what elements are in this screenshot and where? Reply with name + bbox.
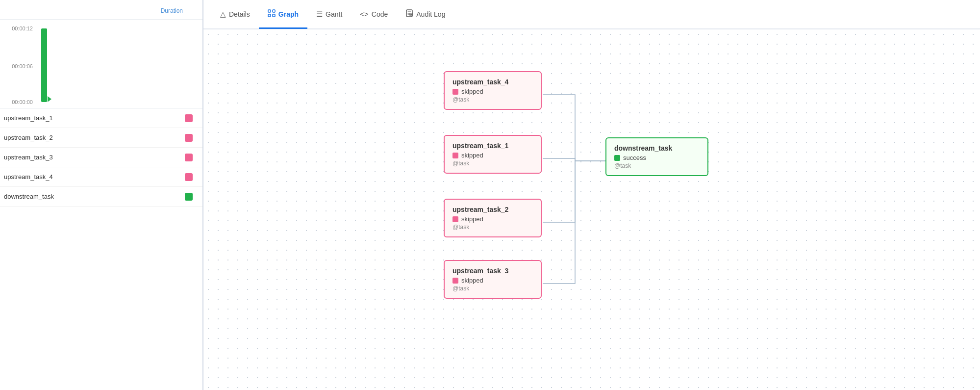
- connector-upstream4-downstream: [543, 95, 605, 161]
- node-upstream4-title: upstream_task_4: [452, 78, 533, 86]
- connector-svg: [203, 29, 980, 390]
- connector-upstream3-downstream: [543, 161, 575, 284]
- node-upstream2-status: skipped: [452, 215, 533, 223]
- task-label-upstream4: upstream_task_4: [4, 173, 185, 181]
- tab-gantt[interactable]: ☰ Gantt: [307, 0, 351, 29]
- task-row[interactable]: upstream_task_3: [0, 148, 202, 167]
- audit-log-icon: [405, 9, 413, 19]
- task-row[interactable]: downstream_task: [0, 187, 202, 207]
- node-downstream-task[interactable]: downstream_task success @task: [605, 137, 708, 176]
- time-bar-col: [37, 20, 50, 108]
- tab-details-label: Details: [229, 10, 250, 18]
- task-row[interactable]: upstream_task_2: [0, 128, 202, 148]
- duration-label: Duration: [161, 7, 183, 14]
- node-upstream1-type: @task: [452, 160, 533, 167]
- svg-rect-3: [273, 14, 275, 17]
- graph-icon: [268, 9, 276, 19]
- duration-bar: [41, 28, 47, 102]
- time-labels: 00:00:12 00:00:06 00:00:00: [0, 20, 37, 108]
- node-downstream-status-text: success: [623, 154, 646, 161]
- task-label-downstream: downstream_task: [4, 193, 185, 200]
- task-row[interactable]: upstream_task_1: [0, 108, 202, 128]
- node-upstream-task-3[interactable]: upstream_task_3 skipped @task: [444, 260, 542, 299]
- node-upstream1-status: skipped: [452, 152, 533, 159]
- svg-rect-0: [268, 10, 271, 12]
- task-label-upstream2: upstream_task_2: [4, 134, 185, 141]
- tab-bar: △ Details Graph ☰ Gantt <> Code: [203, 0, 980, 29]
- tab-code[interactable]: <> Code: [351, 0, 397, 29]
- task-indicator-upstream1: [185, 114, 193, 122]
- node-upstream3-status: skipped: [452, 277, 533, 284]
- svg-rect-2: [268, 14, 271, 17]
- connector-upstream1-downstream: [543, 158, 605, 161]
- time-tick-1: 00:00:12: [12, 26, 33, 31]
- node-upstream4-status-text: skipped: [461, 88, 483, 95]
- graph-canvas: upstream_task_4 skipped @task upstream_t…: [203, 29, 980, 390]
- node-downstream-title: downstream_task: [614, 144, 700, 152]
- node-upstream-task-2[interactable]: upstream_task_2 skipped @task: [444, 199, 542, 237]
- gantt-icon: ☰: [316, 10, 323, 19]
- node-upstream3-type: @task: [452, 285, 533, 292]
- node-upstream-task-1[interactable]: upstream_task_1 skipped @task: [444, 135, 542, 174]
- play-marker: [48, 96, 51, 102]
- tasks-list: upstream_task_1 upstream_task_2 upstream…: [0, 108, 202, 390]
- tab-graph[interactable]: Graph: [259, 0, 307, 29]
- status-dot-downstream: [614, 155, 620, 161]
- status-dot-upstream4: [452, 89, 458, 95]
- node-upstream4-type: @task: [452, 96, 533, 103]
- node-downstream-status: success: [614, 154, 700, 161]
- task-indicator-upstream3: [185, 154, 193, 161]
- status-dot-upstream3: [452, 278, 458, 284]
- task-indicator-downstream: [185, 193, 193, 201]
- task-label-upstream3: upstream_task_3: [4, 154, 185, 161]
- node-upstream4-status: skipped: [452, 88, 533, 95]
- svg-rect-1: [273, 10, 275, 12]
- status-dot-upstream2: [452, 216, 458, 222]
- time-tick-2: 00:00:06: [12, 63, 33, 69]
- task-indicator-upstream4: [185, 173, 193, 181]
- tab-audit-log-label: Audit Log: [416, 10, 445, 18]
- node-upstream2-title: upstream_task_2: [452, 206, 533, 213]
- tab-audit-log[interactable]: Audit Log: [397, 0, 454, 29]
- left-panel: Duration 00:00:12 00:00:06 00:00:00 upst…: [0, 0, 203, 390]
- tab-gantt-label: Gantt: [326, 10, 342, 18]
- node-upstream-task-4[interactable]: upstream_task_4 skipped @task: [444, 71, 542, 110]
- node-upstream3-status-text: skipped: [461, 277, 483, 284]
- time-grid: 00:00:12 00:00:06 00:00:00: [0, 20, 202, 108]
- tab-details[interactable]: △ Details: [211, 0, 259, 29]
- node-upstream3-title: upstream_task_3: [452, 267, 533, 275]
- timeline-header: Duration: [0, 0, 202, 20]
- tab-code-label: Code: [372, 10, 388, 18]
- svg-rect-5: [410, 13, 412, 16]
- node-downstream-type: @task: [614, 162, 700, 169]
- details-icon: △: [220, 10, 226, 19]
- task-indicator-upstream2: [185, 134, 193, 142]
- time-tick-3: 00:00:00: [12, 99, 33, 105]
- connector-upstream2-downstream: [543, 161, 575, 222]
- tab-graph-label: Graph: [278, 10, 299, 18]
- node-upstream1-title: upstream_task_1: [452, 142, 533, 150]
- task-row[interactable]: upstream_task_4: [0, 167, 202, 187]
- code-icon: <>: [360, 10, 369, 18]
- status-dot-upstream1: [452, 153, 458, 158]
- node-upstream2-status-text: skipped: [461, 215, 483, 223]
- right-panel: △ Details Graph ☰ Gantt <> Code: [203, 0, 980, 390]
- node-upstream2-type: @task: [452, 224, 533, 231]
- node-upstream1-status-text: skipped: [461, 152, 483, 159]
- task-label-upstream1: upstream_task_1: [4, 114, 185, 122]
